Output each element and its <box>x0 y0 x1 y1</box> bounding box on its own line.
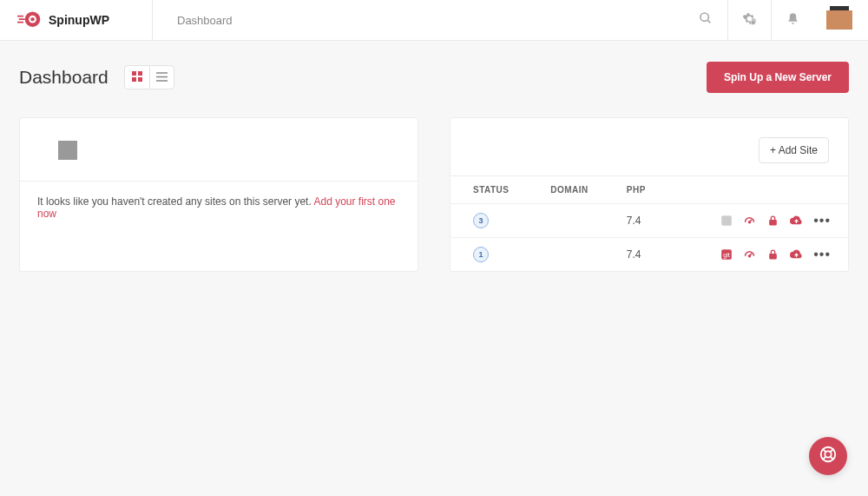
git-icon[interactable] <box>720 215 733 228</box>
logo-icon <box>17 10 42 30</box>
cache-icon[interactable] <box>743 248 756 261</box>
gear-icon <box>742 11 757 30</box>
status-badge: 1 <box>473 247 489 262</box>
svg-rect-12 <box>138 77 142 82</box>
backup-icon[interactable] <box>790 248 803 261</box>
svg-rect-10 <box>138 71 142 76</box>
svg-point-8 <box>751 19 756 24</box>
svg-rect-19 <box>769 220 777 225</box>
domain-cell <box>540 204 616 238</box>
help-button[interactable] <box>809 437 847 475</box>
settings-button[interactable] <box>727 0 771 41</box>
grid-icon <box>132 69 142 85</box>
git-icon[interactable]: git <box>720 248 733 261</box>
view-toggle <box>124 65 174 89</box>
svg-point-26 <box>825 451 831 457</box>
add-site-button[interactable]: + Add Site <box>759 137 829 163</box>
php-cell: 7.4 <box>616 238 668 272</box>
view-list-button[interactable] <box>149 66 174 89</box>
table-row[interactable]: 1 7.4 git ••• <box>450 238 848 272</box>
svg-line-7 <box>707 20 710 23</box>
php-cell: 7.4 <box>616 204 668 238</box>
svg-point-6 <box>700 13 708 21</box>
server-card-sites: + Add Site STATUS DOMAIN PHP 3 7.4 <box>450 117 849 272</box>
svg-line-23 <box>750 253 753 255</box>
svg-rect-1 <box>19 18 25 20</box>
search-button[interactable] <box>684 0 727 41</box>
cards-area: It looks like you haven't created any si… <box>0 93 868 296</box>
server-card-empty: It looks like you haven't created any si… <box>19 117 418 272</box>
svg-rect-0 <box>17 16 23 17</box>
server-thumbnail <box>58 141 77 160</box>
cache-icon[interactable] <box>743 215 756 228</box>
col-actions <box>668 176 848 204</box>
server-card-sites-header: + Add Site <box>450 118 848 175</box>
empty-text: It looks like you haven't created any si… <box>37 195 313 208</box>
logo-text: SpinupWP <box>49 13 109 27</box>
backup-icon[interactable] <box>790 215 803 228</box>
lifebuoy-icon <box>819 445 838 467</box>
breadcrumb[interactable]: Dashboard <box>153 14 684 27</box>
sites-table: STATUS DOMAIN PHP 3 7.4 <box>450 175 848 271</box>
status-badge: 3 <box>473 213 489 228</box>
svg-line-18 <box>750 219 753 222</box>
empty-message: It looks like you haven't created any si… <box>20 181 418 234</box>
server-card-header <box>20 118 418 181</box>
svg-rect-11 <box>132 77 136 82</box>
col-domain: DOMAIN <box>540 176 616 204</box>
lock-icon[interactable] <box>766 248 779 261</box>
breadcrumb-text: Dashboard <box>177 14 233 27</box>
row-actions: ••• <box>679 213 838 228</box>
table-row[interactable]: 3 7.4 ••• <box>450 204 848 238</box>
svg-line-30 <box>831 457 834 460</box>
svg-text:git: git <box>723 252 729 259</box>
col-status: STATUS <box>450 176 540 204</box>
col-php: PHP <box>616 176 668 204</box>
more-button[interactable]: ••• <box>813 213 831 228</box>
spin-up-server-button[interactable]: Spin Up a New Server <box>707 62 849 93</box>
view-grid-button[interactable] <box>125 66 149 89</box>
svg-line-28 <box>831 449 834 453</box>
svg-rect-2 <box>17 22 23 23</box>
bell-icon <box>786 12 799 29</box>
topbar: SpinupWP Dashboard <box>0 0 868 41</box>
search-icon <box>699 11 713 29</box>
more-button[interactable]: ••• <box>813 247 831 262</box>
logo[interactable]: SpinupWP <box>0 0 153 41</box>
avatar[interactable] <box>826 10 852 30</box>
page-header: Dashboard Spin Up a New Server <box>0 41 868 93</box>
svg-line-27 <box>823 449 826 453</box>
svg-rect-16 <box>721 215 732 226</box>
list-icon <box>156 69 168 85</box>
svg-rect-9 <box>132 71 136 76</box>
page-title: Dashboard <box>19 67 108 88</box>
topbar-actions <box>684 0 868 41</box>
svg-line-29 <box>823 457 826 460</box>
domain-cell <box>540 238 616 272</box>
lock-icon[interactable] <box>766 215 779 228</box>
row-actions: git ••• <box>679 247 838 262</box>
svg-rect-24 <box>769 254 777 260</box>
svg-point-5 <box>30 17 34 21</box>
notifications-button[interactable] <box>771 0 814 41</box>
